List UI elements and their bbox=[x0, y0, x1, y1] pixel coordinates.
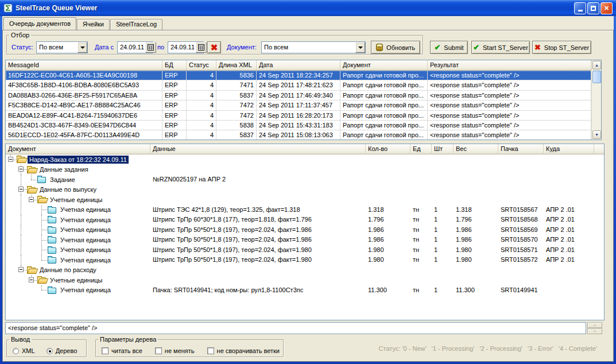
tree-node[interactable]: Учетная единицаШтрипс ТЭС 42*1,8 (129), … bbox=[6, 205, 604, 215]
scroll-down-button[interactable]: ▼ bbox=[592, 130, 601, 139]
column-header[interactable]: Результат bbox=[428, 60, 591, 71]
tree-node[interactable]: Данные по выпуску bbox=[6, 185, 604, 195]
tree-node[interactable]: Учетные единицы bbox=[6, 195, 604, 205]
cell-status: 4 bbox=[187, 121, 216, 130]
collapse-icon[interactable] bbox=[18, 267, 24, 272]
table-row[interactable]: DA088AB3-0266-436E-BF25-F5917C65AE8AERP4… bbox=[6, 91, 601, 100]
column-header[interactable]: Дата bbox=[257, 60, 340, 71]
table-row[interactable]: BEAD0A12-E89F-4C41-B264-715940637DE6ERP4… bbox=[6, 111, 601, 121]
tree-node[interactable]: Учетная единицаШтрипс ТрПр 60*30*1,8 (17… bbox=[6, 215, 604, 225]
scroll-up-button[interactable]: ▲ bbox=[592, 61, 601, 69]
column-header[interactable]: MessageId bbox=[6, 60, 162, 71]
cell-result: <response status="complete" /> bbox=[428, 121, 591, 130]
tree-node[interactable]: Учетная единицаШтрипс ТрПр 50*50*1,8 (19… bbox=[6, 245, 604, 255]
document-tree: ДокументДанныеКол-воЕдШтВесПачкаКуда Нар… bbox=[5, 144, 605, 320]
refresh-button[interactable]: Обновить bbox=[371, 41, 420, 54]
radio-option-дерево[interactable]: Дерево bbox=[47, 347, 78, 354]
collapse-icon[interactable] bbox=[18, 166, 24, 172]
checkbox-option[interactable]: не менять bbox=[155, 347, 195, 354]
status-combobox-dropdown[interactable] bbox=[78, 42, 87, 53]
tree-node[interactable]: Данные задания bbox=[6, 165, 604, 175]
tree-elbow bbox=[37, 205, 47, 215]
column-header[interactable]: Статус bbox=[187, 60, 216, 71]
cell-date: 24 Sep 2011 17:46:49:340 bbox=[257, 91, 340, 100]
tree-node[interactable]: Данные по расходу bbox=[6, 265, 604, 276]
column-header[interactable]: Кол-во bbox=[366, 144, 410, 154]
tree-node[interactable]: Учетная единицаПачка: SRT0149941; код но… bbox=[6, 285, 604, 296]
check-icon: ✔ bbox=[473, 44, 479, 51]
response-box[interactable]: <response status="complete" /> bbox=[5, 322, 586, 334]
tree-node[interactable]: Наряд-Заказ от 18:22:32 24.09.11 bbox=[6, 154, 604, 165]
submit-button[interactable]: ✔ Submit bbox=[430, 41, 468, 54]
date-from-calendar-button[interactable] bbox=[145, 42, 156, 53]
checkbox-icon[interactable] bbox=[102, 347, 109, 354]
queue-scrollbar[interactable]: ▲ ▼ bbox=[591, 60, 601, 140]
table-row[interactable]: F5C3B8CE-D142-4B9C-AE17-8B884C25AC46ERP4… bbox=[6, 100, 601, 110]
tree-node[interactable]: Учетная единицаШтрипс ТрПр 50*50*1,8 (19… bbox=[6, 235, 604, 245]
table-row[interactable]: 16DF122C-EC00-4C61-A605-13E4A9C00198ERP4… bbox=[6, 71, 601, 80]
cell-weight bbox=[454, 265, 498, 276]
date-from-field[interactable]: 24.09.11 bbox=[117, 41, 153, 53]
column-header[interactable]: Документ bbox=[340, 60, 428, 71]
document-combobox-dropdown[interactable] bbox=[355, 42, 365, 53]
column-header[interactable]: Вес bbox=[454, 144, 498, 154]
column-header[interactable]: Длина XML bbox=[216, 60, 257, 71]
cell-weight: 1.980 bbox=[454, 255, 498, 265]
clear-dates-button[interactable]: ✖ bbox=[207, 41, 221, 53]
cell-qty bbox=[366, 154, 410, 165]
tree-node[interactable]: Учетные единицы bbox=[6, 275, 604, 285]
stop-server-button[interactable]: ✖ Stop ST_Server bbox=[532, 41, 591, 54]
tab-cells[interactable]: Ячейки bbox=[77, 19, 110, 30]
table-row[interactable]: 4F38C65B-1B8D-4106-BDBA-8080E6BC5A93ERP4… bbox=[6, 80, 601, 90]
column-header[interactable]: Шт bbox=[432, 144, 454, 154]
red-x-icon: ✖ bbox=[211, 43, 218, 52]
column-header[interactable]: Ед bbox=[410, 144, 432, 154]
status-combobox[interactable]: По всем bbox=[36, 41, 88, 53]
tree-elbow bbox=[26, 275, 37, 285]
radio-icon[interactable] bbox=[47, 348, 53, 354]
start-server-button[interactable]: ✔ Start ST_Server bbox=[471, 41, 530, 54]
column-header[interactable]: Документ bbox=[6, 144, 150, 154]
tree-node-cell: Данные задания bbox=[6, 165, 150, 175]
close-button[interactable]: ✕ bbox=[600, 2, 613, 14]
column-header[interactable]: Данные bbox=[150, 144, 366, 154]
checkbox-option[interactable]: читать все bbox=[102, 347, 142, 354]
collapse-icon[interactable] bbox=[29, 277, 34, 282]
cell-dest bbox=[544, 285, 594, 296]
collapse-icon[interactable] bbox=[18, 187, 24, 192]
output-options: XMLДерево bbox=[13, 347, 77, 354]
maximize-button[interactable] bbox=[587, 2, 599, 14]
radio-option-xml[interactable]: XML bbox=[13, 347, 35, 354]
checkbox-option[interactable]: не сворачивать ветки bbox=[207, 347, 280, 354]
date-to-calendar-button[interactable] bbox=[196, 42, 207, 53]
cell-message_id: BEAD0A12-E89F-4C41-B264-715940637DE6 bbox=[6, 111, 162, 121]
tree-guide bbox=[6, 165, 16, 175]
spin-up-button[interactable]: ▲ bbox=[587, 322, 602, 328]
collapse-icon[interactable] bbox=[8, 157, 13, 162]
column-header[interactable]: БД bbox=[162, 60, 187, 71]
table-row[interactable]: BB4524D1-3C83-467F-8349-0EE947D6C844ERP4… bbox=[6, 121, 601, 130]
tree-node[interactable]: Задание№RZN0025197 на АПР 2 bbox=[6, 175, 604, 185]
titlebar[interactable]: SteelTrace Queue Viewer ✕ bbox=[0, 0, 616, 16]
checkbox-icon[interactable] bbox=[155, 347, 162, 354]
tab-queue[interactable]: Очередь документов bbox=[3, 17, 76, 30]
document-combobox[interactable]: По всем bbox=[261, 41, 366, 53]
scrollbar-thumb[interactable] bbox=[592, 71, 601, 83]
column-header[interactable]: Пачка bbox=[498, 144, 544, 154]
table-row[interactable]: 56D1ECCD-1E02-45FA-87FC-D0113A499E4DERP4… bbox=[6, 130, 601, 140]
tree-node[interactable]: Учетная единицаШтрипс ТрПр 50*50*1,8 (19… bbox=[6, 255, 604, 265]
minimize-button[interactable] bbox=[574, 2, 586, 14]
cell-pack: SRT0158571 bbox=[498, 245, 544, 255]
cell-xml_length: 7472 bbox=[216, 100, 257, 110]
cell-data: Штрипс ТрПр 50*50*1,8 (197), теор=2.024,… bbox=[150, 235, 366, 245]
spin-down-button[interactable]: ▼ bbox=[587, 328, 602, 334]
date-to-field[interactable]: 24.09.11 bbox=[168, 41, 204, 53]
checkbox-icon[interactable] bbox=[207, 347, 214, 354]
tree-elbow bbox=[37, 225, 47, 235]
cell-pack: SRT0158569 bbox=[498, 225, 544, 235]
column-header[interactable]: Куда bbox=[544, 144, 594, 154]
tree-node[interactable]: Учетная единицаШтрипс ТрПр 50*50*1,8 (19… bbox=[6, 225, 604, 235]
radio-icon[interactable] bbox=[13, 348, 19, 354]
tab-steeltracelog[interactable]: SteelTraceLog bbox=[110, 19, 162, 30]
collapse-icon[interactable] bbox=[29, 197, 34, 202]
